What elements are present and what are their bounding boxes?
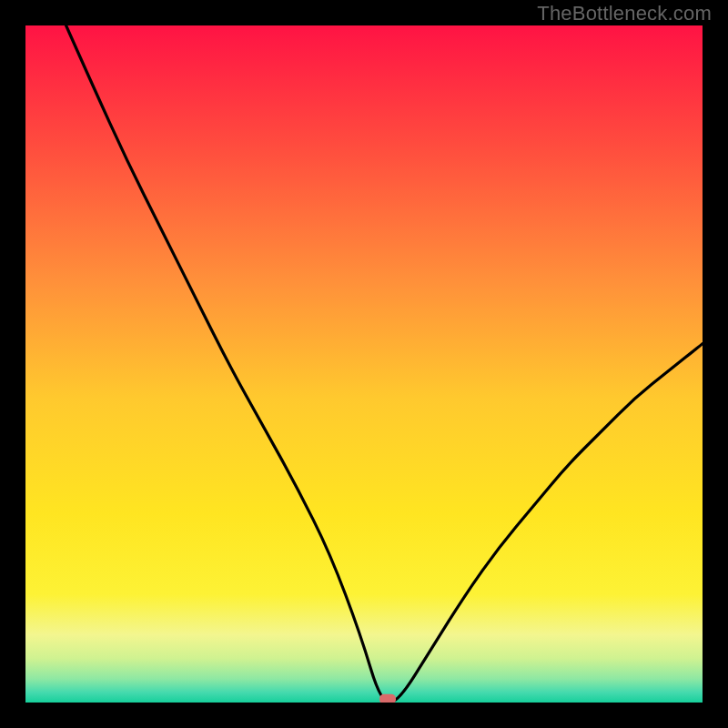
plot-area	[25, 25, 703, 703]
watermark-text: TheBottleneck.com	[537, 2, 712, 25]
optimal-marker	[379, 694, 396, 703]
chart-svg	[25, 25, 703, 703]
gradient-background	[25, 25, 703, 703]
chart-frame: TheBottleneck.com	[0, 0, 728, 728]
